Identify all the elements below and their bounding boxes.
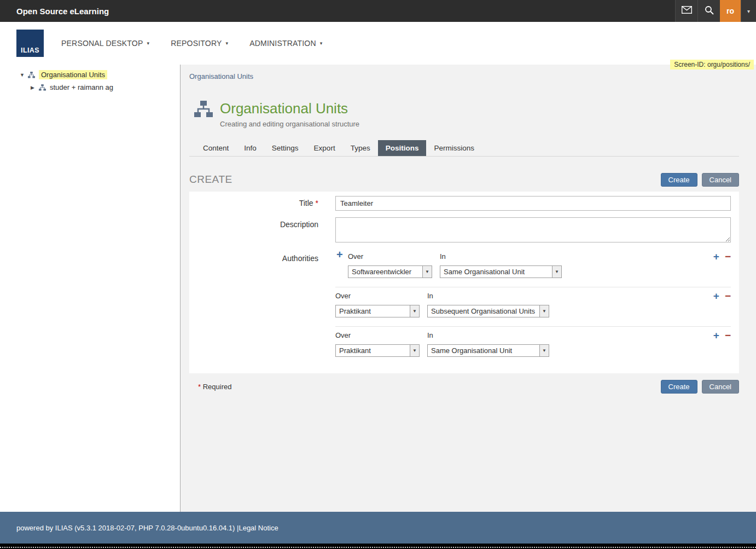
description-textarea[interactable] <box>335 217 731 242</box>
tree-sidebar: ▼ Organisational Units ▶ studer + raiman… <box>0 65 181 512</box>
search-icon <box>705 5 714 17</box>
authority-in-select[interactable]: Same Organisational Unit ▼ <box>440 265 562 278</box>
create-button[interactable]: Create <box>661 380 697 394</box>
description-label: Description <box>189 217 335 245</box>
create-form-panel: Title * Description Authorities <box>189 192 739 373</box>
tab-export[interactable]: Export <box>306 140 343 156</box>
legal-notice-link[interactable]: Legal Notice <box>239 524 278 532</box>
select-value: Praktikant <box>336 305 410 317</box>
dropdown-arrow-icon[interactable]: ▼ <box>410 345 419 356</box>
form-section-header: CREATE Create Cancel <box>189 173 739 187</box>
nav-repository[interactable]: REPOSITORY ▾ <box>171 39 228 48</box>
tree-item-organisational-units[interactable]: ▼ Organisational Units <box>0 68 180 81</box>
create-button[interactable]: Create <box>661 173 697 187</box>
title-texts: Organisational Units Creating and editin… <box>220 101 359 128</box>
mail-button[interactable] <box>675 0 697 22</box>
search-button[interactable] <box>697 0 720 22</box>
dropdown-arrow-icon[interactable]: ▼ <box>422 266 432 278</box>
dropdown-arrow-icon[interactable]: ▼ <box>539 345 549 356</box>
page-body: ▼ Organisational Units ▶ studer + raiman… <box>0 65 756 512</box>
tab-content[interactable]: Content <box>195 140 236 156</box>
tab-positions[interactable]: Positions <box>378 140 427 156</box>
authority-row-actions: + − <box>713 291 731 301</box>
remove-row-icon[interactable]: − <box>725 251 731 262</box>
tree-item-label[interactable]: studer + raimann ag <box>50 83 113 91</box>
screen-id-badge: Screen-ID: orgu/positions/ <box>670 60 754 70</box>
user-avatar[interactable]: ro <box>720 0 741 22</box>
nav-label: REPOSITORY <box>171 39 222 48</box>
expand-arrow-icon[interactable]: ▶ <box>31 85 39 90</box>
in-label: In <box>427 331 433 339</box>
top-bar-actions: ro ▾ <box>675 0 756 22</box>
add-row-icon[interactable]: + <box>713 291 719 301</box>
tab-info[interactable]: Info <box>236 140 264 156</box>
tab-bar: Content Info Settings Export Types Posit… <box>189 140 739 157</box>
tab-settings[interactable]: Settings <box>264 140 306 156</box>
nav-label: PERSONAL DESKTOP <box>61 39 143 48</box>
tab-types[interactable]: Types <box>343 140 378 156</box>
orgunit-icon <box>28 72 35 78</box>
title-input[interactable] <box>335 196 731 211</box>
authority-over-select[interactable]: Softwareentwickler ▼ <box>348 265 432 278</box>
required-marker: * <box>316 199 318 207</box>
title-label-text: Title <box>299 199 313 207</box>
title-field <box>335 196 731 211</box>
top-form-buttons: Create Cancel <box>661 173 740 187</box>
main-header: ILIAS PERSONAL DESKTOP ▾ REPOSITORY ▾ AD… <box>0 22 756 65</box>
authority-row-actions: + − <box>713 330 731 340</box>
authority-row: Over In Praktikant ▼ Same Organisational… <box>335 326 731 366</box>
mail-icon <box>682 6 692 16</box>
breadcrumb[interactable]: Organisational Units <box>189 72 253 80</box>
bottom-form-buttons: Create Cancel <box>661 380 740 394</box>
authority-in-select[interactable]: Same Organisational Unit ▼ <box>427 344 549 357</box>
tree-item-label[interactable]: Organisational Units <box>39 70 107 79</box>
chevron-down-icon: ▾ <box>225 41 228 46</box>
cancel-button[interactable]: Cancel <box>702 380 739 394</box>
authorities-field: + Over In Softwareentwickler ▼ <box>335 251 731 366</box>
dropdown-arrow-icon[interactable]: ▼ <box>539 305 549 317</box>
chevron-down-icon: ▾ <box>147 41 149 46</box>
collapse-arrow-icon[interactable]: ▼ <box>20 72 28 78</box>
authority-over-select[interactable]: Praktikant ▼ <box>335 344 420 357</box>
description-form-row: Description <box>189 217 731 245</box>
nav-administration[interactable]: ADMINISTRATION ▾ <box>249 39 322 48</box>
page: Open Source eLearning ro ▾ ILIAS PERSONA… <box>0 0 756 549</box>
dropdown-arrow-icon[interactable]: ▼ <box>410 305 419 317</box>
authority-selects: Praktikant ▼ Same Organisational Unit ▼ <box>335 344 731 357</box>
remove-row-icon[interactable]: − <box>725 330 731 340</box>
section-title: CREATE <box>189 174 232 186</box>
nav-personal-desktop[interactable]: PERSONAL DESKTOP ▾ <box>61 39 149 48</box>
app-title: Open Source eLearning <box>16 7 109 16</box>
title-label: Title * <box>189 196 335 211</box>
authority-labels: Over In <box>335 331 731 339</box>
remove-row-icon[interactable]: − <box>725 291 731 301</box>
over-label: Over <box>348 252 440 261</box>
chevron-down-icon: ▾ <box>320 41 323 46</box>
orgunit-icon <box>194 101 213 120</box>
authority-row-actions: + − <box>713 251 731 262</box>
authority-row: Over In Praktikant ▼ Subsequent Organisa… <box>335 287 731 326</box>
main-content: Organisational Units Organisational Unit… <box>181 65 756 512</box>
page-title-block: Organisational Units Creating and editin… <box>194 101 739 128</box>
add-row-icon[interactable]: + <box>713 251 719 262</box>
authority-over-select[interactable]: Praktikant ▼ <box>335 305 420 317</box>
top-bar: Open Source eLearning ro ▾ <box>0 0 756 22</box>
required-marker: * <box>198 383 201 391</box>
cancel-button[interactable]: Cancel <box>702 173 739 187</box>
in-label: In <box>440 252 446 261</box>
required-note-text: Required <box>203 383 232 391</box>
over-label: Over <box>335 292 427 300</box>
select-value: Same Organisational Unit <box>428 345 539 356</box>
tab-permissions[interactable]: Permissions <box>426 140 482 156</box>
user-menu-button[interactable]: ▾ <box>741 0 756 22</box>
ilias-logo[interactable]: ILIAS <box>16 30 44 57</box>
select-value: Softwareentwickler <box>348 266 422 278</box>
dropdown-arrow-icon[interactable]: ▼ <box>552 266 561 278</box>
tree-item-studer-raimann[interactable]: ▶ studer + raimann ag <box>0 81 180 94</box>
add-row-icon[interactable]: + <box>713 330 719 340</box>
authority-in-select[interactable]: Subsequent Organisational Units ▼ <box>427 305 549 317</box>
authority-selects: Softwareentwickler ▼ Same Organisational… <box>348 265 731 278</box>
authority-labels: Over In <box>335 292 731 300</box>
authorities-label: Authorities <box>189 251 335 366</box>
select-value: Praktikant <box>336 345 410 356</box>
